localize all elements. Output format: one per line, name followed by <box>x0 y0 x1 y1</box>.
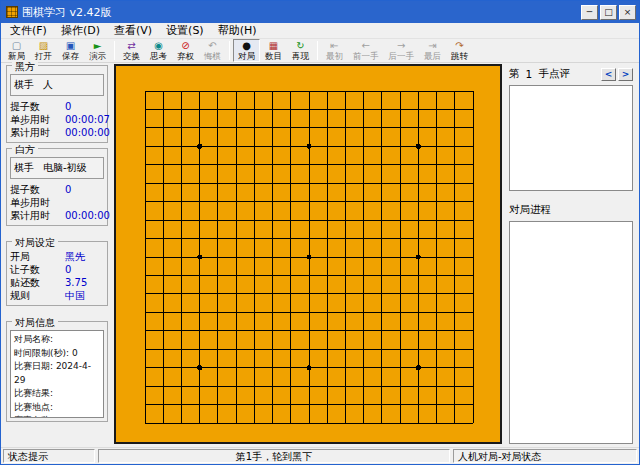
stat-label: 单步用时 <box>10 113 65 126</box>
white-captures-value: 0 <box>65 183 71 196</box>
left-panel: 黑方 棋手 人 提子数 0 单步用时 00:00:07 累计用时 00:00:0… <box>1 63 111 447</box>
app-window: 围棋学习 v2.42版 ─ □ × 文件(F) 操作(D) 查看(V) 设置(S… <box>0 0 640 465</box>
undo-icon: ↶ <box>208 40 216 51</box>
handicap-row: 让子数 0 <box>10 263 104 276</box>
think-icon: ◉ <box>154 40 163 51</box>
stat-label: 提子数 <box>10 100 65 113</box>
menu-settings[interactable]: 设置(S) <box>159 23 211 38</box>
comment-header: 第 1 手点评 < > <box>509 67 633 81</box>
toolbar-button-last: ⇥最后 <box>419 39 446 62</box>
toolbar-button-label: 演示 <box>89 51 106 61</box>
progress-list[interactable] <box>509 221 633 444</box>
white-group-title: 白方 <box>12 143 38 157</box>
game-info-box: 对局名称: 时间限制(秒): 0 比赛日期: 2024-4-29 比赛结果: 比… <box>10 330 104 418</box>
stat-label: 累计用时 <box>10 209 65 222</box>
toolbar-button-label: 保存 <box>62 51 79 61</box>
toolbar-button-label: 跳转 <box>451 51 468 61</box>
toolbar-separator <box>114 41 115 60</box>
black-captures-value: 0 <box>65 100 71 113</box>
right-panel: 第 1 手点评 < > 对局进程 <box>505 63 639 447</box>
count-icon: ▦ <box>269 40 278 51</box>
toolbar-button-pass[interactable]: ⊘弃权 <box>172 39 199 62</box>
close-button[interactable]: × <box>619 5 636 20</box>
toolbar-button-label: 交换 <box>123 51 140 61</box>
white-player-name: 电脑-初级 <box>43 161 87 175</box>
toolbar-separator <box>317 41 318 60</box>
toolbar-button-first: ⇤最初 <box>321 39 348 62</box>
open-icon: ▨ <box>39 40 48 51</box>
star-point <box>416 365 421 370</box>
status-hint-label: 状态提示 <box>3 449 95 463</box>
toolbar-button-replay[interactable]: ↻再现 <box>287 39 314 62</box>
main-area: 黑方 棋手 人 提子数 0 单步用时 00:00:07 累计用时 00:00:0… <box>1 63 639 447</box>
toolbar-button-jump[interactable]: ↷跳转 <box>446 39 473 62</box>
pass-icon: ⊘ <box>181 40 189 51</box>
board-grid <box>116 66 500 442</box>
stat-label: 提子数 <box>10 183 65 196</box>
opening-value: 黑先 <box>65 250 85 263</box>
comment-box[interactable] <box>509 85 633 191</box>
star-point <box>197 144 202 149</box>
toolbar-button-save[interactable]: ▣保存 <box>57 39 84 62</box>
komi-value: 3.75 <box>65 276 87 289</box>
white-player-box: 棋手 电脑-初级 <box>10 157 104 179</box>
opening-row: 开局 黑先 <box>10 250 104 263</box>
toolbar-separator <box>229 41 230 60</box>
info-line-name: 对局名称: <box>14 333 100 347</box>
move-number: 1 <box>524 68 535 80</box>
toolbar-button-prev: ←前一手 <box>348 39 384 62</box>
toolbar-button-label: 最初 <box>326 51 343 61</box>
menu-file[interactable]: 文件(F) <box>3 23 54 38</box>
toolbar-button-swap[interactable]: ⇄交换 <box>118 39 145 62</box>
save-icon: ▣ <box>66 40 75 51</box>
toolbar-button-label: 前一手 <box>353 51 379 61</box>
menu-view[interactable]: 查看(V) <box>107 23 159 38</box>
maximize-button[interactable]: □ <box>600 5 617 20</box>
star-point <box>197 255 202 260</box>
toolbar-button-play[interactable]: ●对局 <box>233 39 260 62</box>
toolbar-button-label: 悔棋 <box>204 51 221 61</box>
window-controls: ─ □ × <box>581 5 636 20</box>
statusbar: 状态提示 第1手，轮到黑下 人机对局-对局状态 <box>1 447 639 464</box>
toolbar: ▢新局▨打开▣保存►演示⇄交换◉思考⊘弃权↶悔棋●对局▦数目↻再现⇤最初←前一手… <box>1 39 639 63</box>
demo-icon: ► <box>94 40 102 51</box>
status-mode-text: 人机对局-对局状态 <box>453 449 637 463</box>
toolbar-button-label: 数目 <box>265 51 282 61</box>
swap-icon: ⇄ <box>127 40 135 51</box>
info-line-result: 比赛结果: <box>14 387 100 401</box>
black-player-group: 黑方 棋手 人 提子数 0 单步用时 00:00:07 累计用时 00:00:0… <box>6 65 108 143</box>
info-line-date: 比赛日期: 2024-4-29 <box>14 360 100 387</box>
info-line-place: 比赛地点: <box>14 401 100 415</box>
toolbar-button-think[interactable]: ◉思考 <box>145 39 172 62</box>
progress-title: 对局进程 <box>509 203 633 217</box>
toolbar-button-new-game[interactable]: ▢新局 <box>3 39 30 62</box>
settings-group-title: 对局设定 <box>12 236 58 250</box>
next-comment-button[interactable]: > <box>618 68 633 81</box>
titlebar: 围棋学习 v2.42版 ─ □ × <box>1 1 639 23</box>
last-icon: ⇥ <box>428 40 436 51</box>
menu-operate[interactable]: 操作(D) <box>54 23 107 38</box>
window-title: 围棋学习 v2.42版 <box>22 5 581 20</box>
board-area <box>111 63 505 447</box>
menu-help[interactable]: 帮助(H) <box>211 23 264 38</box>
black-captures-row: 提子数 0 <box>10 100 104 113</box>
black-total-time-value: 00:00:00 <box>65 126 110 139</box>
rules-row: 规则 中国 <box>10 289 104 302</box>
star-point <box>307 255 312 260</box>
app-icon <box>6 6 18 18</box>
comment-nav: < > <box>601 68 633 81</box>
minimize-button[interactable]: ─ <box>581 5 598 20</box>
toolbar-button-demo[interactable]: ►演示 <box>84 39 111 62</box>
rules-value: 中国 <box>65 289 85 302</box>
toolbar-button-open[interactable]: ▨打开 <box>30 39 57 62</box>
toolbar-button-count[interactable]: ▦数目 <box>260 39 287 62</box>
stat-label: 让子数 <box>10 263 65 276</box>
stat-label: 单步用时 <box>10 196 65 209</box>
white-player-group: 白方 棋手 电脑-初级 提子数 0 单步用时 累计用时 00:00:00 <box>6 148 108 226</box>
komi-row: 贴还数 3.75 <box>10 276 104 289</box>
new-game-icon: ▢ <box>12 40 21 51</box>
go-board[interactable] <box>114 64 502 444</box>
toolbar-button-label: 对局 <box>238 51 255 61</box>
toolbar-button-undo: ↶悔棋 <box>199 39 226 62</box>
prev-comment-button[interactable]: < <box>601 68 616 81</box>
